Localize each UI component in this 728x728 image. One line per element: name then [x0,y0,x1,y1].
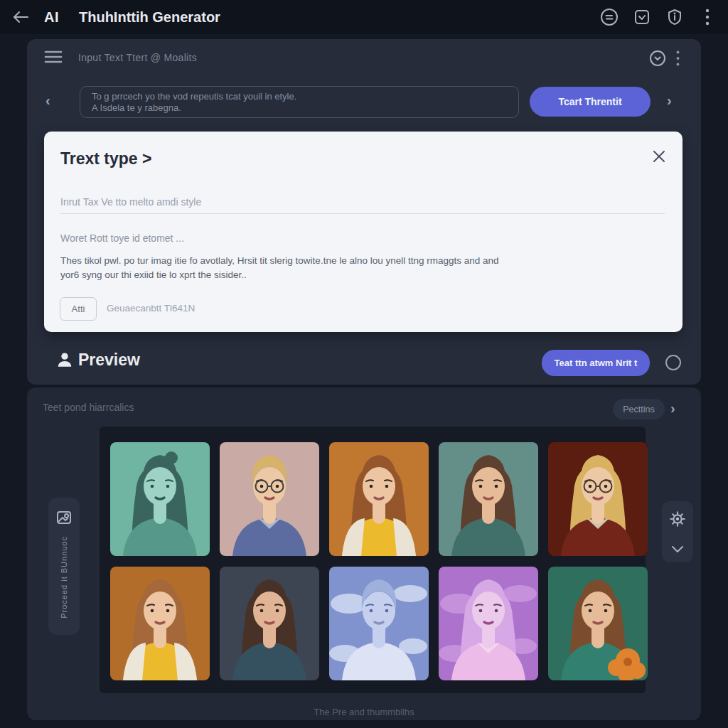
hamburger-menu-icon[interactable] [44,50,63,64]
back-arrow-icon[interactable] [9,6,33,28]
side-tool-right [662,501,693,562]
prompt-input[interactable]: To g prrcech yo the vod repeutis tcat yo… [80,86,519,118]
thumbnail-auburn-woman-cardigan[interactable] [110,567,210,680]
kebab-menu-icon[interactable] [697,6,718,28]
modal-description: Thes tikol pwl. po tur imag itie fo avot… [60,254,551,282]
shield-info-icon[interactable] [664,6,685,28]
side-tool-label: Proceed it BUnnuoc [60,536,68,619]
generate-button[interactable]: Tcart Threntit [530,87,651,117]
modal-caption: Geuaecanbtt Tl641N [107,303,195,314]
preview-heading: Preview [78,350,140,370]
modal-title: Trext type > [60,149,151,168]
close-icon[interactable] [650,147,668,166]
side-tool-left[interactable]: Proceed it BUnnuoc [48,498,80,635]
app-logo: AI [44,9,59,26]
inbox-check-icon[interactable] [631,6,653,28]
thumbnail-woman-orange-flower-floral[interactable] [548,567,648,680]
text-type-input[interactable] [60,190,665,214]
gallery-chevron-right-icon[interactable]: › [670,400,675,417]
circle-chevron-icon[interactable] [648,48,668,68]
thumbnail-purple-woman-pink-shirt[interactable] [439,567,538,680]
thumbnail-dark-haired-woman-slate[interactable] [220,567,319,680]
thumbnail-grid [110,442,652,680]
input-section-header: Input Text Ttert @ Moalits [78,52,197,63]
section-kebab-icon[interactable] [670,48,685,68]
modal-description-line2: yor6 syng our thi exiid tie lo xprt the … [60,268,551,282]
text-type-modal: Trext type > Woret Rott toye id etomet .… [44,132,682,332]
chevron-right-icon[interactable]: › [667,92,672,109]
page-title: ThuhInttih Generator [79,9,220,26]
attach-button[interactable]: Atti [60,297,97,321]
top-bar: AI ThuhInttih Generator [0,0,728,34]
gear-icon[interactable] [668,510,687,528]
person-icon [55,350,74,369]
thumbnail-brunette-woman-teal-polo[interactable] [439,442,538,556]
gallery-header: Teet pond hiarrcalics [43,402,134,413]
chevron-down-icon[interactable] [670,545,685,554]
modal-description-line1: Thes tikol pwl. po tur imag itie fo avot… [60,254,551,268]
preview-action-button[interactable]: Teat ttn atwm Nrit t [542,350,650,376]
gallery-icon [55,509,73,526]
transfer-circle-icon[interactable] [599,6,620,28]
thumbnail-blonde-woman-maroon[interactable] [548,442,648,556]
thumbnail-blue-clouds-figure[interactable] [329,567,429,680]
filter-pill-button[interactable]: Pecttins [613,399,665,419]
thumbnail-teal-sketch-woman-bun[interactable] [110,442,210,556]
radio-circle-icon[interactable] [665,355,681,370]
thumbnail-auburn-woman-yellow-top[interactable] [329,442,429,556]
thumbnail-blond-man-glasses[interactable] [220,442,319,556]
modal-hint-text: Woret Rott toye id etomet ... [60,232,184,244]
footer-caption: The Pre and thummbllhs [0,707,728,717]
prompt-placeholder-line1: To g prrcech yo the vod repeutis tcat yo… [92,91,507,102]
chevron-left-icon[interactable]: ‹ [46,92,50,109]
app-window: AI ThuhInttih Generator Input Text Ttert… [0,0,728,728]
prompt-placeholder-line2: A Isdela te y rabegna. [92,102,507,114]
